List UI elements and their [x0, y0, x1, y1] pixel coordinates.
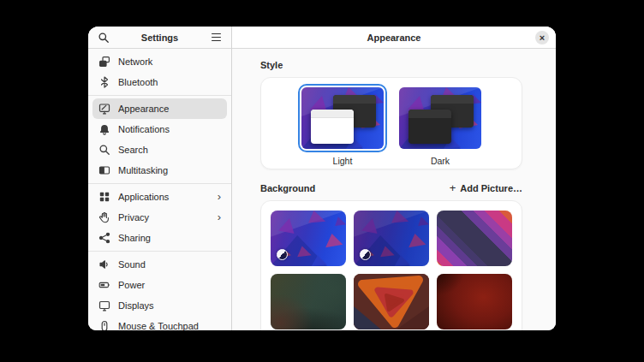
sidebar-item-search[interactable]: Search — [92, 139, 227, 160]
sidebar-item-label: Multitasking — [118, 165, 221, 175]
sidebar-item-appearance[interactable]: Appearance — [92, 98, 227, 119]
wallpaper-thumb-purple-waves[interactable] — [437, 211, 512, 266]
light-window-preview — [311, 110, 355, 144]
sidebar-item-privacy[interactable]: Privacy › — [92, 207, 227, 228]
light-style-preview — [301, 87, 384, 149]
wallpaper-thumb-blue-triangles-dark[interactable] — [354, 211, 429, 266]
style-option-label: Dark — [431, 156, 450, 166]
selection-ring — [396, 84, 485, 152]
selection-ring — [298, 84, 387, 152]
search-button[interactable] — [96, 30, 111, 45]
chevron-right-icon: › — [218, 211, 221, 224]
mouse-icon — [98, 320, 110, 330]
page-title: Appearance — [367, 33, 421, 43]
search-icon — [98, 144, 110, 156]
main-menu-button[interactable] — [208, 30, 224, 45]
style-option-dark[interactable]: Dark — [396, 84, 485, 166]
close-button[interactable]: × — [535, 31, 549, 45]
sidebar-item-notifications[interactable]: Notifications — [92, 119, 227, 139]
sidebar-item-sound[interactable]: Sound — [92, 254, 227, 275]
wallpaper-thumb-dark-red[interactable] — [437, 274, 512, 329]
plus-icon: + — [450, 182, 456, 193]
sidebar-item-label: Sound — [118, 259, 221, 270]
style-card: Light — [260, 77, 522, 169]
sidebar-separator — [88, 183, 231, 184]
sidebar-item-label: Power — [118, 280, 221, 290]
appearance-panel: Appearance × Style — [232, 27, 556, 330]
sidebar-item-label: Mouse & Touchpad — [118, 321, 221, 330]
sidebar-item-applications[interactable]: Applications › — [92, 187, 227, 207]
dark-variant-indicator-icon — [360, 249, 371, 260]
sidebar-item-label: Appearance — [118, 104, 221, 114]
battery-icon — [98, 279, 110, 291]
style-section-title: Style — [260, 60, 522, 70]
wallpaper-thumb-blue-triangles-light[interactable] — [271, 211, 346, 266]
sidebar-headerbar: Settings — [88, 27, 231, 49]
style-option-label: Light — [333, 156, 353, 166]
main-content: Style Li — [232, 49, 556, 330]
style-option-light[interactable]: Light — [298, 84, 387, 166]
bell-icon — [98, 123, 110, 135]
sidebar-item-label: Search — [118, 145, 221, 155]
sidebar-item-label: Displays — [118, 300, 221, 311]
sidebar-list: Network Bluetooth Appearance — [88, 49, 231, 330]
wallpaper-image — [437, 211, 512, 266]
settings-window: Settings Network Bluetoot — [88, 27, 556, 330]
sidebar-item-label: Notifications — [118, 124, 221, 134]
sidebar-item-label: Network — [118, 56, 221, 67]
sidebar-item-sharing[interactable]: Sharing — [92, 228, 227, 248]
desktop-background: Settings Network Bluetoot — [0, 0, 644, 362]
network-icon — [98, 56, 110, 68]
dark-window-preview — [408, 110, 452, 144]
wallpaper-thumb-muted-green[interactable] — [271, 274, 346, 329]
sidebar-item-multitasking[interactable]: Multitasking — [92, 160, 227, 181]
privacy-hand-icon — [98, 211, 110, 223]
dark-variant-indicator-icon — [277, 249, 288, 260]
wallpaper-image — [354, 274, 429, 329]
sidebar-item-label: Privacy — [118, 212, 210, 223]
sidebar-item-power[interactable]: Power — [92, 275, 227, 295]
sidebar-item-displays[interactable]: Displays — [92, 295, 227, 316]
sidebar-item-label: Applications — [118, 192, 210, 202]
speaker-icon — [98, 258, 110, 270]
add-picture-label: Add Picture… — [460, 183, 522, 193]
appearance-icon — [98, 103, 110, 115]
background-grid — [260, 200, 522, 330]
search-icon — [98, 32, 110, 44]
background-section-title: Background — [260, 183, 315, 193]
sidebar-item-bluetooth[interactable]: Bluetooth — [92, 72, 227, 92]
multitasking-icon — [98, 164, 110, 176]
sidebar-item-network[interactable]: Network — [92, 51, 227, 72]
wallpaper-image — [437, 274, 512, 329]
background-section-header: Background + Add Picture… — [260, 182, 522, 193]
sidebar-separator — [88, 95, 231, 96]
dark-style-preview — [399, 87, 481, 149]
close-icon: × — [540, 32, 545, 44]
bluetooth-icon — [98, 76, 110, 88]
window-title: Settings — [141, 33, 178, 43]
wallpaper-thumb-orange-spiral[interactable] — [354, 274, 429, 329]
sidebar: Settings Network Bluetoot — [88, 27, 232, 330]
sidebar-item-label: Sharing — [118, 233, 221, 243]
sidebar-item-mouse-touchpad[interactable]: Mouse & Touchpad — [92, 316, 227, 330]
sidebar-separator — [88, 251, 231, 252]
chevron-right-icon: › — [218, 191, 221, 204]
add-picture-button[interactable]: + Add Picture… — [450, 182, 522, 193]
share-icon — [98, 232, 110, 244]
wallpaper-image — [271, 274, 346, 329]
main-headerbar: Appearance × — [232, 27, 556, 49]
hamburger-menu-icon — [212, 33, 221, 42]
sidebar-item-label: Bluetooth — [118, 77, 221, 87]
applications-grid-icon — [98, 191, 110, 203]
display-icon — [98, 300, 110, 312]
